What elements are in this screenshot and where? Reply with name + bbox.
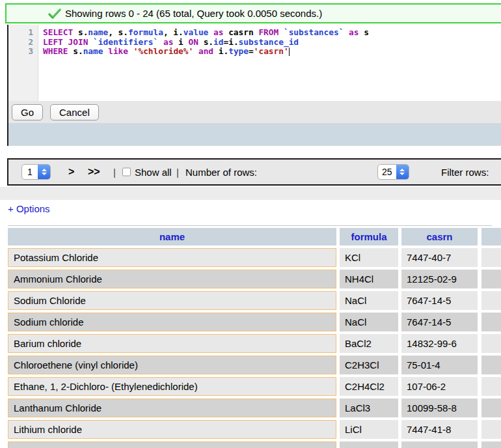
cell-name[interactable]: Chloroethene (vinyl chloride) (8, 356, 336, 374)
table-row: Barium chlorideBaCl214832-99-6 (8, 334, 501, 353)
filter-rows-label: Filter rows: (441, 167, 489, 178)
show-all-checkbox[interactable] (122, 168, 131, 176)
table-row: Sodium chlorideNaCl7647-14-5 (8, 313, 501, 331)
cell-clipped (481, 248, 501, 267)
table-row: Lanthanum ChlorideLaCl310099-58-8 (8, 399, 501, 417)
cell-name[interactable]: Lithium chloride (8, 420, 336, 439)
go-button[interactable]: Go (12, 104, 43, 120)
line-number: 1 (8, 28, 33, 38)
cell-clipped (481, 377, 501, 396)
cell-clipped (481, 334, 501, 353)
select-stepper-icon (38, 165, 50, 179)
status-message-bar: Showing rows 0 - 24 (65 total, Query too… (5, 3, 501, 23)
cell-formula[interactable]: C2H4Cl2 (340, 377, 398, 396)
cell-casrn[interactable]: 12125-02-9 (401, 270, 478, 288)
text-cursor (289, 48, 290, 56)
sql-line: LEFT JOIN `identifiers` as i ON s.id=i.s… (43, 38, 501, 48)
cell-name[interactable]: Barium chloride (8, 334, 336, 353)
cell-formula[interactable]: NH4Cl (340, 270, 398, 288)
cell-clipped (481, 270, 501, 288)
results-table-body: Potassium ChlorideKCl7447-40-7Ammonium C… (8, 248, 501, 448)
number-of-rows-label: Number of rows: (185, 167, 257, 178)
query-box: 123 SELECT s.name, s.formula, i.value as… (7, 25, 501, 146)
cell-clipped (481, 356, 501, 374)
table-row: Potassium ChlorideKCl7447-40-7 (8, 248, 501, 267)
cell-casrn[interactable]: 107-06-2 (401, 377, 478, 396)
cell-formula[interactable]: LaCl3 (340, 399, 398, 417)
cell-name[interactable]: Lanthanum Chloride (8, 399, 336, 417)
table-row: Sodium ChlorideNaCl7647-14-5 (8, 291, 501, 310)
page-select-value: 1 (22, 165, 38, 179)
cell-casrn[interactable]: 7447-40-7 (401, 248, 478, 267)
section-divider-strip (0, 187, 501, 200)
column-header-formula[interactable]: formula (340, 228, 398, 245)
table-top-border (8, 225, 492, 226)
separator: | (176, 167, 179, 178)
cell-formula[interactable]: C2H3Cl (340, 356, 398, 374)
sql-editor[interactable]: 123 SELECT s.name, s.formula, i.value as… (8, 25, 501, 101)
cell-casrn[interactable]: 7647-14-5 (401, 291, 478, 310)
column-header-casrn[interactable]: casrn (401, 228, 478, 245)
cell-clipped (481, 420, 501, 439)
cell-formula[interactable] (340, 441, 398, 448)
cell-clipped (481, 313, 501, 331)
cell-name[interactable]: Ammonium Chloride (8, 270, 336, 288)
cell-formula[interactable]: NaCl (340, 313, 398, 331)
cell-casrn[interactable]: 10099-58-8 (401, 399, 478, 417)
query-footer-strip (8, 123, 501, 146)
cell-name[interactable]: Sodium Chloride (8, 291, 336, 310)
options-toggle-link[interactable]: + Options (8, 203, 50, 214)
table-row: Lithium chlorideLiCl7447-41-8 (8, 420, 501, 439)
sql-gutter: 123 (8, 25, 38, 101)
cell-casrn[interactable]: 7447-41-8 (401, 420, 478, 439)
select-stepper-icon (396, 165, 409, 179)
line-number: 2 (8, 38, 33, 48)
cell-clipped (481, 291, 501, 310)
cell-name[interactable]: Potassium Chloride (8, 248, 336, 267)
cell-casrn[interactable]: 7647-14-5 (401, 313, 478, 331)
sql-code[interactable]: SELECT s.name, s.formula, i.value as cas… (38, 25, 501, 101)
pagination-bar: 1 > >> | Show all | Number of rows: 25 F… (7, 158, 501, 186)
cell-casrn[interactable]: 75-01-4 (401, 356, 478, 374)
page-select[interactable]: 1 (21, 164, 51, 180)
cell-clipped (481, 441, 501, 448)
cell-formula[interactable]: KCl (340, 248, 398, 267)
cell-casrn[interactable] (401, 441, 478, 448)
next-page-link[interactable]: > (68, 166, 74, 178)
cell-formula[interactable]: NaCl (340, 291, 398, 310)
last-page-link[interactable]: >> (88, 166, 100, 178)
rows-per-page-select[interactable]: 25 (377, 164, 409, 180)
cell-clipped (481, 399, 501, 417)
table-header-row: name formula casrn (8, 228, 501, 245)
sql-line: SELECT s.name, s.formula, i.value as cas… (43, 28, 501, 38)
cell-casrn[interactable]: 14832-99-6 (401, 334, 478, 353)
table-row-clipped (8, 441, 501, 448)
show-all-label[interactable]: Show all (135, 167, 172, 178)
success-check-icon (48, 8, 61, 19)
cell-name[interactable]: Ethane, 1, 2-Dichloro- (Ethylenedichlori… (8, 377, 336, 396)
column-header-name[interactable]: name (8, 228, 336, 245)
table-row: Ammonium ChlorideNH4Cl12125-02-9 (8, 270, 501, 288)
cell-formula[interactable]: BaCl2 (340, 334, 398, 353)
query-toolbar: Go Cancel (8, 101, 501, 123)
cell-formula[interactable]: LiCl (340, 420, 398, 439)
rows-per-page-value: 25 (378, 165, 396, 179)
cell-name[interactable] (8, 441, 336, 448)
status-message-text: Showing rows 0 - 24 (65 total, Query too… (65, 8, 322, 19)
line-number: 3 (8, 47, 33, 57)
column-header-clipped (481, 228, 501, 245)
table-row: Chloroethene (vinyl chloride)C2H3Cl75-01… (8, 356, 501, 374)
cell-name[interactable]: Sodium chloride (8, 313, 336, 331)
sql-line: WHERE s.name like '%chloride%' and i.typ… (43, 47, 501, 57)
table-row: Ethane, 1, 2-Dichloro- (Ethylenedichlori… (8, 377, 501, 396)
results-table: name formula casrn Potassium ChlorideKCl… (8, 228, 501, 448)
cancel-button[interactable]: Cancel (50, 104, 99, 120)
separator: | (113, 167, 116, 178)
